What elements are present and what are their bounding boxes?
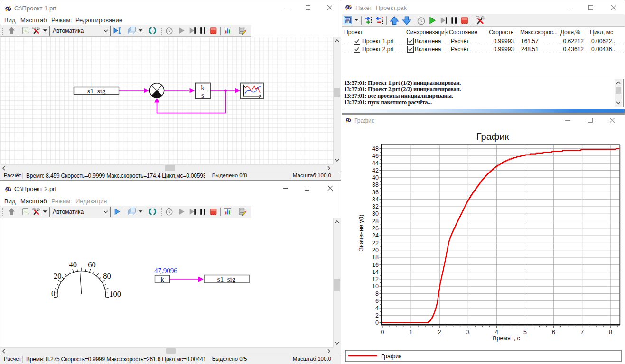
svg-text:24: 24: [372, 232, 379, 239]
svg-text:38: 38: [372, 182, 379, 188]
svg-text:14: 14: [372, 269, 379, 275]
svg-text:0: 0: [381, 329, 384, 336]
svg-text:s: s: [201, 91, 204, 99]
svg-text:26: 26: [372, 225, 379, 232]
svg-text:График: График: [476, 131, 509, 142]
svg-text:30: 30: [372, 210, 379, 217]
svg-text:График: График: [381, 353, 401, 360]
svg-text:8: 8: [609, 329, 612, 336]
svg-text:k: k: [160, 275, 164, 283]
svg-text:28: 28: [372, 218, 379, 225]
svg-text:Время t, c: Время t, c: [493, 335, 520, 342]
svg-text:k: k: [201, 84, 205, 91]
svg-text:7: 7: [580, 329, 584, 336]
svg-text:4: 4: [375, 305, 379, 311]
svg-text:10: 10: [372, 283, 379, 290]
svg-text:8: 8: [375, 291, 379, 297]
svg-text:46: 46: [372, 153, 379, 159]
svg-text:44: 44: [372, 160, 379, 166]
svg-text:2: 2: [375, 312, 379, 319]
svg-text:40: 40: [69, 260, 77, 269]
svg-text:12: 12: [372, 276, 379, 282]
svg-text:32: 32: [372, 203, 379, 210]
svg-text:48: 48: [372, 146, 379, 152]
svg-text:20: 20: [54, 272, 62, 281]
svg-text:0: 0: [51, 289, 55, 298]
svg-text:36: 36: [372, 189, 379, 196]
svg-text:20: 20: [372, 247, 379, 254]
svg-text:80: 80: [103, 272, 111, 281]
svg-text:22: 22: [372, 240, 379, 246]
svg-text:3: 3: [466, 329, 470, 336]
svg-text:34: 34: [372, 196, 379, 203]
svg-text:18: 18: [372, 254, 379, 261]
svg-text:60: 60: [88, 260, 96, 269]
svg-text:6: 6: [552, 329, 555, 336]
svg-text:100: 100: [109, 290, 121, 299]
svg-text:16: 16: [372, 262, 379, 268]
svg-text:4: 4: [495, 329, 498, 336]
svg-text:47.9096: 47.9096: [154, 267, 177, 274]
svg-text:s1_sig: s1_sig: [87, 87, 106, 95]
svg-text:1: 1: [410, 329, 413, 336]
svg-text:5: 5: [523, 329, 527, 336]
svg-text:6: 6: [375, 298, 379, 304]
svg-text:40: 40: [372, 174, 379, 181]
svg-text:s1_sig: s1_sig: [217, 275, 236, 283]
svg-text:Значение y(t): Значение y(t): [358, 215, 364, 251]
svg-text:2: 2: [438, 329, 441, 336]
svg-text:42: 42: [372, 167, 379, 174]
svg-text:0: 0: [375, 319, 379, 326]
